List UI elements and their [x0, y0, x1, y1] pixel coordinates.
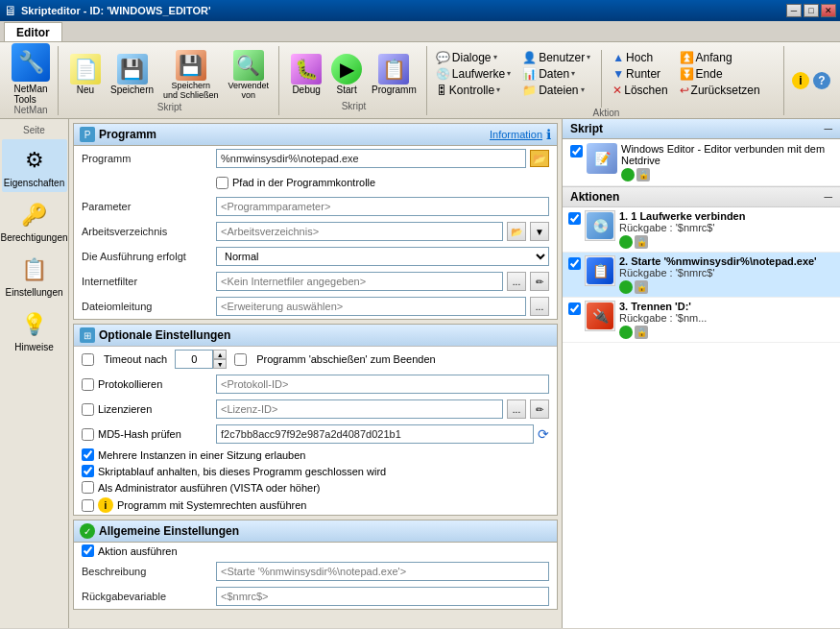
- sidebar-item-hinweise[interactable]: 💡 Hinweise: [2, 303, 67, 356]
- runter-button[interactable]: ▼ Runter: [610, 66, 670, 82]
- benutzer-dropdown[interactable]: 👤 Benutzer ▾: [519, 50, 593, 65]
- info-button[interactable]: i: [792, 72, 809, 89]
- timeout-spin-down[interactable]: ▼: [213, 359, 227, 369]
- laufwerke-dropdown[interactable]: 💿 Laufwerke ▾: [433, 66, 514, 82]
- help-button[interactable]: ?: [813, 72, 830, 89]
- internetfilter-btn[interactable]: ...: [507, 272, 526, 291]
- close-button[interactable]: ✕: [821, 4, 836, 17]
- zuruecksetzen-button[interactable]: ↩ Zurücksetzen: [677, 83, 763, 98]
- sidebar-item-berechtigungen[interactable]: 🔑 Berechtigungen: [2, 194, 67, 247]
- skriptablauf-checkbox[interactable]: [82, 465, 94, 477]
- dialoge-dropdown[interactable]: 💬 Dialoge ▾: [433, 50, 514, 65]
- arbeitsverzeichnis-extra-button[interactable]: ▼: [530, 222, 549, 241]
- aktion-content: 💬 Dialoge ▾ 💿 Laufwerke ▾ 🎛 Kontrolle ▾: [433, 48, 780, 108]
- optional-title: Optionale Einstellungen: [99, 328, 230, 342]
- aktion-3-checkbox[interactable]: [568, 302, 581, 315]
- speichern-button[interactable]: 💾 Speichern: [107, 52, 157, 97]
- aktion-item-2[interactable]: 📋 2. Starte '%nmwinsysdir%\notepad.exe' …: [563, 253, 840, 298]
- speichern-schliessen-button[interactable]: 💾 Speichernund Schließen: [159, 48, 223, 102]
- lizenzieren-btn[interactable]: ...: [507, 399, 526, 419]
- md5-checkbox[interactable]: [82, 428, 94, 441]
- dateiomleitung-btn[interactable]: ...: [530, 297, 549, 316]
- aktion-dropdowns-col2: 👤 Benutzer ▾ 📊 Daten ▾ 📁 Dateien ▾: [519, 50, 593, 98]
- systemrechte-checkbox[interactable]: [82, 499, 94, 512]
- toolbar: 🔧 NetManTools NetMan 📄 Neu 💾 Speichern 💾…: [0, 42, 840, 119]
- loeschen-button[interactable]: ✕ Löschen: [610, 83, 670, 98]
- administrator-checkbox[interactable]: [82, 481, 94, 494]
- info-icon: ℹ: [546, 127, 551, 142]
- timeout-input[interactable]: [175, 350, 213, 369]
- runter-label: Runter: [626, 67, 660, 81]
- protokollieren-checkbox[interactable]: [82, 378, 94, 391]
- anfang-icon: ⏫: [680, 51, 694, 64]
- internetfilter-edit-btn[interactable]: ✏: [530, 272, 549, 291]
- tab-editor[interactable]: Editor: [4, 22, 62, 41]
- md5-input[interactable]: [216, 424, 534, 444]
- daten-label: Daten: [539, 67, 569, 81]
- md5-refresh-button[interactable]: ⟳: [538, 426, 549, 442]
- lizenzieren-checkbox[interactable]: [82, 403, 94, 416]
- maximize-button[interactable]: □: [804, 4, 819, 17]
- aktion-item-3[interactable]: 🔌 3. Trennen 'D:' Rückgabe : '$nm... 🔒: [563, 298, 840, 343]
- arbeitsverzeichnis-input[interactable]: [216, 222, 503, 241]
- ende-button[interactable]: ⏬ Ende: [677, 66, 763, 82]
- beschreibung-input[interactable]: [216, 562, 549, 581]
- aktion-3-disconnect-icon: 🔌: [587, 302, 613, 329]
- aktion-1-checkbox[interactable]: [568, 212, 581, 225]
- kontrolle-dropdown[interactable]: 🎛 Kontrolle ▾: [433, 83, 514, 98]
- programm-button[interactable]: 📋 Programm: [368, 52, 420, 97]
- lizenzieren-input[interactable]: [216, 399, 503, 419]
- aktion-3-status: 🔒: [619, 326, 834, 339]
- sidebar-item-eigenschaften[interactable]: ⚙ Eigenschaften: [2, 139, 67, 192]
- aktion-1-icon: 💿: [585, 210, 615, 241]
- hoch-icon: ▲: [612, 51, 624, 64]
- start-button[interactable]: ▶ Start: [327, 52, 366, 97]
- daten-dropdown[interactable]: 📊 Daten ▾: [519, 66, 593, 82]
- mehrere-instanzen-checkbox[interactable]: [82, 448, 94, 461]
- script-main-checkbox[interactable]: [570, 145, 583, 157]
- programm-header-icon: P: [80, 127, 95, 142]
- protokollieren-input[interactable]: [216, 375, 549, 394]
- sidebar-item-einstellungen[interactable]: 📋 Einstellungen: [2, 249, 67, 302]
- verwendet-von-button[interactable]: 🔍 Verwendetvon: [225, 48, 274, 102]
- abschuss-checkbox[interactable]: [234, 353, 247, 366]
- script-main-icon: 📝: [587, 143, 617, 174]
- hinweise-label: Hinweise: [14, 342, 54, 352]
- aktion-2-program-icon: 📋: [587, 257, 613, 284]
- dateien-icon: 📁: [522, 84, 537, 97]
- einstellungen-label: Einstellungen: [5, 287, 62, 298]
- arbeitsverzeichnis-label: Arbeitsverzeichnis: [82, 226, 216, 237]
- internetfilter-input[interactable]: [216, 272, 503, 291]
- timeout-label: Timeout nach: [104, 353, 167, 365]
- anfang-button[interactable]: ⏫ Anfang: [677, 50, 763, 65]
- minimize-button[interactable]: ─: [786, 4, 802, 17]
- programm-input[interactable]: [216, 149, 526, 168]
- hoch-button[interactable]: ▲ Hoch: [610, 50, 670, 65]
- rueckgabe-input[interactable]: [216, 587, 549, 606]
- aktion-item-1[interactable]: 💿 1. 1 Laufwerke verbinden Rückgabe : '$…: [563, 207, 840, 253]
- pfad-checkbox[interactable]: [216, 177, 228, 189]
- timeout-checkbox[interactable]: [82, 353, 94, 366]
- toolbar-debug-section-label: Skript: [287, 101, 420, 113]
- aktionen-collapse-button[interactable]: ─: [824, 190, 832, 204]
- debug-button[interactable]: 🐛 Debug: [287, 52, 325, 97]
- parameter-input[interactable]: [216, 197, 549, 216]
- script-panel: Skript ─ 📝 Windows Editor - Editor verbu…: [562, 119, 840, 628]
- aktion-dropdowns-col1: 💬 Dialoge ▾ 💿 Laufwerke ▾ 🎛 Kontrolle ▾: [433, 50, 514, 98]
- timeout-input-wrap: ▲ ▼: [175, 350, 227, 369]
- lizenzieren-edit-btn[interactable]: ✏: [530, 399, 549, 419]
- neu-button[interactable]: 📄 Neu: [66, 52, 105, 97]
- aktion-2-text-area: 2. Starte '%nmwinsysdir%\notepad.exe' Rü…: [619, 255, 834, 294]
- programm-folder-button[interactable]: 📂: [530, 150, 549, 167]
- ausfuehrung-select[interactable]: Normal Minimiert Maximiert: [216, 247, 549, 266]
- netman-tools-button[interactable]: 🔧 NetManTools: [12, 43, 50, 105]
- aktion-ausfuehren-checkbox[interactable]: [82, 544, 94, 557]
- dateien-dropdown[interactable]: 📁 Dateien ▾: [519, 83, 593, 98]
- timeout-spin-up[interactable]: ▲: [213, 350, 227, 359]
- script-collapse-button[interactable]: ─: [824, 122, 832, 135]
- dialoge-arrow: ▾: [493, 53, 497, 61]
- information-link[interactable]: Information: [490, 129, 542, 140]
- dateiomleitung-input[interactable]: [216, 297, 526, 316]
- aktion-2-checkbox[interactable]: [568, 257, 581, 270]
- arbeitsverzeichnis-folder-button[interactable]: 📂: [507, 222, 526, 241]
